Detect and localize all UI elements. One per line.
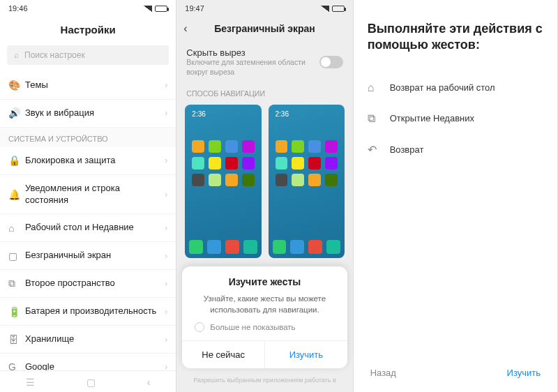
google-icon: G bbox=[8, 361, 25, 370]
notification-icon: 🔔 bbox=[8, 189, 25, 200]
hide-notch-row[interactable]: Скрыть вырез Включите для затемнения обл… bbox=[176, 40, 352, 84]
fullscreen-icon: ▢ bbox=[8, 250, 25, 262]
nav-bar: ☰ ▢ ‹ bbox=[0, 370, 176, 392]
nav-method-options: 2:36 2:36 bbox=[176, 100, 352, 262]
page-title: Настройки bbox=[0, 17, 176, 45]
signal-icon bbox=[321, 6, 329, 12]
gestures-tutorial-screen: Выполняйте эти действия с помощью жестов… bbox=[354, 0, 558, 392]
nav-recent-icon[interactable]: ☰ bbox=[26, 377, 35, 388]
clock: 19:47 bbox=[185, 4, 204, 13]
nav-home-icon[interactable]: ▢ bbox=[86, 377, 96, 388]
list-item[interactable]: 🔊Звук и вибрация› bbox=[0, 100, 176, 128]
lock-icon: 🔒 bbox=[8, 155, 25, 166]
sound-icon: 🔊 bbox=[8, 107, 25, 119]
checkbox-icon bbox=[195, 322, 204, 332]
list-item[interactable]: ▢Безграничный экран› bbox=[0, 242, 176, 270]
status-bar: 19:47 bbox=[176, 0, 352, 17]
battery-icon bbox=[332, 6, 345, 12]
dialog-title: Изучите жесты bbox=[182, 276, 347, 287]
chevron-right-icon: › bbox=[165, 362, 167, 370]
list-item[interactable]: ⌂Рабочий стол и Недавние› bbox=[0, 214, 176, 242]
list-item[interactable]: 🎨Темы› bbox=[0, 72, 176, 100]
return-icon: ↶ bbox=[368, 143, 380, 156]
page-title: Безграничный экран bbox=[183, 23, 345, 34]
list-item[interactable]: 🔋Батарея и производительность› bbox=[0, 298, 176, 326]
search-placeholder: Поиск настроек bbox=[24, 50, 85, 60]
heading: Выполняйте эти действия с помощью жестов… bbox=[368, 21, 543, 54]
dialog-buttons: Не сейчас Изучить bbox=[182, 340, 347, 368]
storage-icon: 🗄 bbox=[8, 334, 25, 345]
status-icons bbox=[144, 6, 167, 12]
cancel-button[interactable]: Не сейчас bbox=[182, 341, 264, 368]
chevron-right-icon: › bbox=[165, 80, 167, 90]
footer: Назад Изучить bbox=[368, 361, 543, 382]
chevron-right-icon: › bbox=[165, 156, 167, 165]
notch-title: Скрыть вырез bbox=[186, 47, 312, 58]
nav-option-gestures[interactable]: 2:36 bbox=[269, 105, 345, 258]
settings-list: 🎨Темы› 🔊Звук и вибрация› Система и устро… bbox=[0, 72, 176, 370]
chevron-right-icon: › bbox=[165, 307, 167, 317]
search-input[interactable]: ⌕ Поиск настроек bbox=[7, 45, 169, 65]
notch-toggle[interactable] bbox=[319, 56, 343, 68]
theme-icon: 🎨 bbox=[8, 80, 25, 91]
chevron-right-icon: › bbox=[165, 108, 167, 118]
list-item[interactable]: GGoogle› bbox=[0, 354, 176, 370]
battery-icon: 🔋 bbox=[8, 306, 25, 317]
list-item[interactable]: 🔒Блокировка и защита› bbox=[0, 147, 176, 175]
learn-gestures-dialog: Изучите жесты Узнайте, какие жесты вы мо… bbox=[182, 266, 347, 368]
search-icon: ⌕ bbox=[14, 50, 19, 60]
dialog-text: Узнайте, какие жесты вы можете использов… bbox=[182, 287, 347, 322]
chevron-right-icon: › bbox=[165, 251, 167, 261]
learn-button[interactable]: Изучить bbox=[264, 341, 347, 368]
list-item[interactable]: 🗄Хранилище› bbox=[0, 326, 176, 354]
home-icon: ⌂ bbox=[368, 82, 380, 94]
signal-icon bbox=[144, 6, 152, 12]
chevron-right-icon: › bbox=[165, 190, 167, 199]
gesture-row: ⧉Открытие Недавних bbox=[368, 112, 543, 125]
section-header: Система и устройство bbox=[0, 128, 176, 147]
notch-subtitle: Включите для затемнения области вокруг в… bbox=[186, 58, 312, 77]
clock: 19:46 bbox=[8, 4, 28, 13]
settings-screen: 19:46 Настройки ⌕ Поиск настроек 🎨Темы› … bbox=[0, 0, 176, 392]
dont-show-checkbox[interactable]: Больше не показывать bbox=[182, 322, 347, 340]
back-button[interactable]: Назад bbox=[370, 368, 396, 378]
gesture-row: ↶Возврат bbox=[368, 143, 543, 156]
chevron-right-icon: › bbox=[165, 335, 167, 345]
gesture-row: ⌂Возврат на рабочий стол bbox=[368, 82, 543, 94]
chevron-right-icon: › bbox=[165, 279, 167, 289]
footer-hint: Разрешить выбранным приложениям работать… bbox=[176, 377, 352, 384]
status-bar: 19:46 bbox=[0, 0, 176, 17]
header: ‹ Безграничный экран bbox=[176, 17, 352, 40]
recents-icon: ⧉ bbox=[368, 112, 380, 125]
nav-option-buttons[interactable]: 2:36 bbox=[185, 105, 261, 258]
list-item[interactable]: 🔔Уведомления и строка состояния› bbox=[0, 175, 176, 215]
list-item[interactable]: ⧉Второе пространство› bbox=[0, 270, 176, 298]
chevron-right-icon: › bbox=[165, 223, 167, 233]
nav-back-icon[interactable]: ‹ bbox=[147, 377, 151, 388]
home-icon: ⌂ bbox=[8, 223, 25, 234]
status-icons bbox=[321, 6, 345, 12]
battery-icon bbox=[155, 6, 167, 12]
dual-apps-icon: ⧉ bbox=[8, 278, 25, 289]
section-header: СПОСОБ НАВИГАЦИИ bbox=[176, 84, 352, 100]
fullscreen-display-screen: 19:47 ‹ Безграничный экран Скрыть вырез … bbox=[176, 0, 353, 392]
learn-button[interactable]: Изучить bbox=[507, 368, 541, 378]
